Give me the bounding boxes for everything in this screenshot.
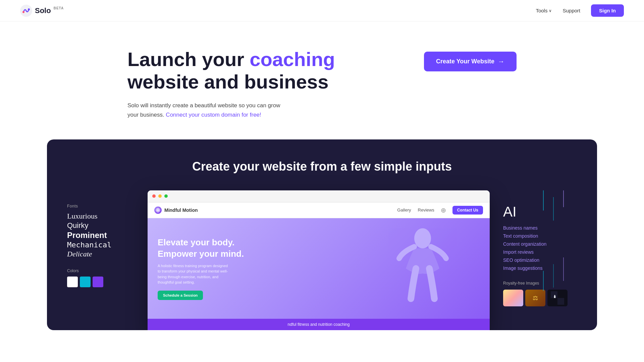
svg-rect-16: [551, 291, 557, 298]
hero-title: Launch your coaching website and busines…: [127, 48, 384, 93]
royalty-images: ⚖: [503, 290, 577, 306]
logo: Solo BETA: [20, 5, 64, 17]
features-section: Create your website from a few simple in…: [47, 139, 597, 330]
hero-left: Launch your coaching website and busines…: [127, 48, 384, 119]
instagram-icon: ◎: [441, 207, 446, 213]
hero-section: Launch your coaching website and busines…: [0, 21, 644, 139]
chevron-down-icon: ∨: [549, 8, 552, 13]
svg-point-8: [414, 228, 431, 248]
swatch-purple: [93, 277, 103, 287]
royalty-image-3: [547, 290, 568, 306]
website-hero: Elevate your body. Empower your mind. A …: [148, 218, 490, 319]
left-panel: Fonts Luxurious Quirky Prominent Mechani…: [67, 190, 134, 287]
colors-label: Colors: [67, 268, 134, 273]
font-quirky: Quirky: [67, 221, 134, 230]
nav-right: Tools ∨ Support Sign In: [536, 4, 624, 17]
brand-icon: [154, 206, 162, 214]
browser-bar: [148, 190, 490, 202]
website-hero-heading: Elevate your body. Empower your mind.: [158, 237, 244, 260]
yoga-figure-icon: [389, 225, 456, 319]
website-hero-text: Elevate your body. Empower your mind. A …: [158, 237, 244, 300]
ai-import-reviews[interactable]: Import reviews: [503, 249, 577, 255]
browser-dot-maximize: [164, 194, 168, 198]
ai-text-composition[interactable]: Text composition: [503, 233, 577, 239]
browser-dot-close: [152, 194, 156, 198]
hero-image-area: [376, 222, 470, 319]
font-luxurious: Luxurious: [67, 212, 134, 221]
contact-us-button[interactable]: Contact Us: [452, 206, 483, 215]
schedule-session-button[interactable]: Schedule a Session: [158, 291, 203, 300]
ai-content-organization[interactable]: Content organization: [503, 241, 577, 247]
ai-label: AI: [503, 204, 577, 220]
font-delicate: Delicate: [67, 250, 134, 258]
right-panel: AI Business names Text composition Conte…: [503, 190, 577, 306]
solo-logo-icon: [20, 5, 32, 17]
ai-business-names[interactable]: Business names: [503, 225, 577, 231]
color-swatches: [67, 277, 134, 287]
navbar: Solo BETA Tools ∨ Support Sign In: [0, 0, 644, 21]
arrow-icon: →: [498, 58, 504, 65]
royalty-image-1: [503, 290, 523, 306]
create-website-button[interactable]: Create Your Website →: [424, 52, 517, 71]
logo-beta: BETA: [54, 6, 64, 10]
hero-right: Create Your Website →: [424, 48, 517, 71]
chess-icon: [551, 291, 564, 305]
swatch-white: [67, 277, 78, 287]
snowflake-icon: [156, 208, 160, 213]
website-footer: ndful fitness and nutrition coaching: [148, 319, 490, 330]
royalty-images-label: Royalty-free Images: [503, 281, 577, 286]
browser-mockup: Mindful Motion Gallery Reviews ◎ Contact…: [148, 190, 490, 330]
browser-mockup-panel: Mindful Motion Gallery Reviews ◎ Contact…: [148, 190, 490, 330]
website-navbar: Mindful Motion Gallery Reviews ◎ Contact…: [148, 202, 490, 218]
gallery-nav-item[interactable]: Gallery: [397, 207, 411, 213]
swatch-teal: [80, 277, 91, 287]
website-nav-menu: Gallery Reviews ◎ Contact Us: [397, 206, 483, 215]
svg-rect-17: [557, 298, 564, 305]
svg-point-1: [22, 11, 24, 13]
fonts-label: Fonts: [67, 204, 134, 208]
website-hero-paragraph: A holistic fitness training program desi…: [158, 263, 231, 285]
svg-point-2: [28, 8, 30, 10]
features-title: Create your website from a few simple in…: [67, 160, 577, 174]
ai-image-suggestions[interactable]: Image suggestions: [503, 265, 577, 271]
tools-menu[interactable]: Tools ∨: [536, 8, 552, 13]
font-prominent: Prominent: [67, 231, 134, 240]
section-content: Fonts Luxurious Quirky Prominent Mechani…: [67, 190, 577, 330]
font-mechanical: Mechanical: [67, 241, 134, 249]
logo-text: Solo: [35, 6, 51, 15]
signin-button[interactable]: Sign In: [591, 4, 624, 17]
support-link[interactable]: Support: [562, 8, 580, 13]
font-list: Luxurious Quirky Prominent Mechanical De…: [67, 212, 134, 258]
reviews-nav-item[interactable]: Reviews: [418, 207, 434, 213]
royalty-image-2: ⚖: [525, 290, 545, 306]
hero-subtitle: Solo will instantly create a beautiful w…: [127, 101, 288, 119]
browser-dot-minimize: [158, 194, 162, 198]
ai-seo-optimization[interactable]: SEO optimization: [503, 257, 577, 263]
website-brand: Mindful Motion: [154, 206, 198, 214]
domain-link[interactable]: Connect your custom domain for free!: [166, 112, 261, 118]
